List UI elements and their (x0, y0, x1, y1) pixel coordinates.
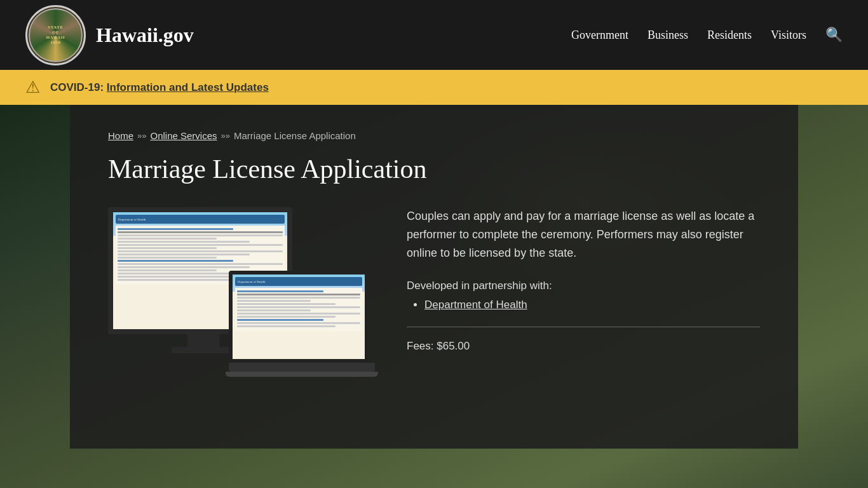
description: Couples can apply and pay for a marriage… (407, 207, 760, 262)
screen-content-laptop: Department of Health (233, 274, 365, 359)
breadcrumb: Home »» Online Services »» Marriage Lice… (108, 130, 760, 141)
covid-link[interactable]: Information and Latest Updates (107, 81, 269, 93)
breadcrumb-current: Marriage License Application (234, 130, 356, 141)
hawaii-seal: STATEOFHAWAII1959 (25, 5, 86, 65)
site-title[interactable]: Hawaii.gov (96, 24, 194, 47)
logo-area: STATEOFHAWAII1959 Hawaii.gov (25, 5, 194, 65)
breadcrumb-sep-1: »» (137, 131, 146, 140)
covid-text: COVID-19: Information and Latest Updates (50, 81, 269, 94)
content-text: Couples can apply and pay for a marriage… (407, 207, 760, 353)
content-columns: Department of Health (108, 207, 760, 410)
covid-banner: ⚠ COVID-19: Information and Latest Updat… (0, 70, 868, 105)
fees-text: Fees: $65.00 (407, 340, 760, 353)
site-header: STATEOFHAWAII1959 Hawaii.gov Government … (0, 0, 868, 70)
main-content-panel: Home »» Online Services »» Marriage Lice… (70, 105, 798, 449)
content-divider (407, 327, 760, 327)
laptop-screen: Department of Health (229, 271, 369, 363)
nav-visitors[interactable]: Visitors (771, 29, 806, 42)
laptop-mockup: Department of Health (229, 271, 375, 398)
search-icon[interactable]: 🔍 (825, 27, 843, 43)
breadcrumb-home[interactable]: Home (108, 130, 133, 141)
page-title: Marriage License Application (108, 154, 760, 184)
breadcrumb-sep-2: »» (221, 131, 230, 140)
breadcrumb-online-services[interactable]: Online Services (150, 130, 217, 141)
hero-section: Home »» Online Services »» Marriage Lice… (0, 105, 868, 488)
department-of-health-link[interactable]: Department of Health (424, 299, 527, 311)
list-item: Department of Health (424, 299, 760, 311)
warning-icon: ⚠ (25, 78, 40, 97)
seal-inner: STATEOFHAWAII1959 (29, 8, 83, 62)
partnership-label: Developed in partnership with: (407, 280, 760, 292)
device-mockup: Department of Health (108, 207, 375, 410)
nav-government[interactable]: Government (571, 29, 628, 42)
nav-residents[interactable]: Residents (707, 29, 752, 42)
main-nav: Government Business Residents Visitors 🔍 (571, 27, 843, 43)
partnership-list: Department of Health (407, 299, 760, 311)
nav-business[interactable]: Business (648, 29, 688, 42)
